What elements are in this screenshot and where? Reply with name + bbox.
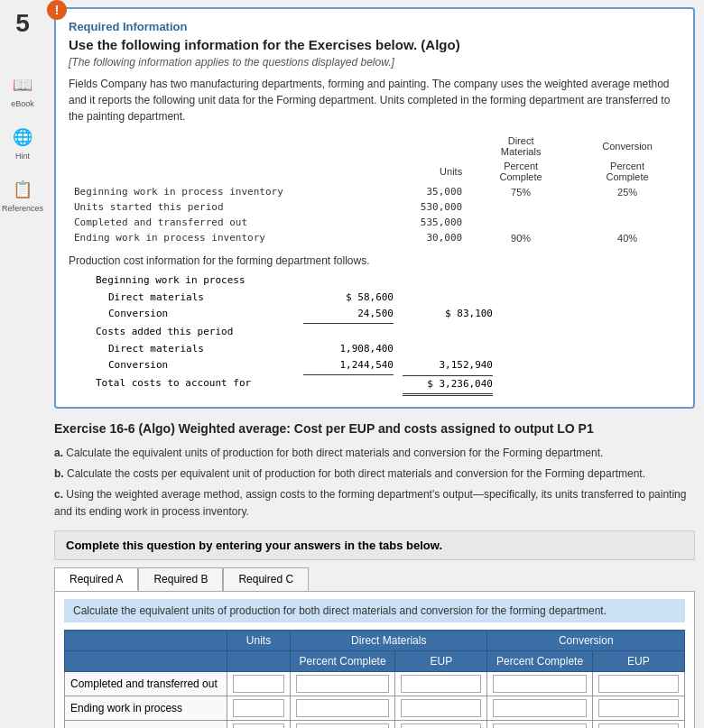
page-number: 5 xyxy=(15,9,30,38)
conv-eup-input-completed[interactable] xyxy=(598,675,679,693)
exercise-instructions: a. Calculate the equivalent units of pro… xyxy=(54,445,695,521)
conv-pct-input-total[interactable] xyxy=(493,723,586,728)
conv-pct-cell-ending[interactable] xyxy=(487,696,592,720)
dm-pct-cell-completed[interactable] xyxy=(291,671,395,696)
dm-pct-cell-ending[interactable] xyxy=(291,696,395,720)
dm-pct-input-ending[interactable] xyxy=(296,699,389,717)
conv-pct-input-completed[interactable] xyxy=(493,675,586,693)
cost-table: Beginning work in process Direct materia… xyxy=(96,272,681,396)
references-icon: 📋 xyxy=(10,177,35,202)
empty-header xyxy=(65,630,227,650)
dm-pct-cell-total[interactable] xyxy=(291,720,395,728)
dm-eup-cell-total[interactable] xyxy=(395,720,487,728)
sidebar-item-hint[interactable]: 🌐 Hint xyxy=(10,124,35,161)
dm-group-header: DirectMaterials xyxy=(468,134,574,159)
tab-instruction: Calculate the equivalent units of produc… xyxy=(64,599,685,622)
dm-eup-cell-ending[interactable] xyxy=(395,696,487,720)
sidebar-references-label: References xyxy=(2,204,43,213)
instruction-c: c. Using the weighted average method, as… xyxy=(54,486,695,521)
cost-row: Conversion 1,244,540 3,152,940 xyxy=(96,357,681,375)
tab-bar: Required A Required B Required C xyxy=(54,567,695,591)
complete-text: Complete this question by entering your … xyxy=(66,539,442,552)
tab-required-b[interactable]: Required B xyxy=(138,567,223,591)
info-box: ! Required Information Use the following… xyxy=(54,7,695,409)
info-box-heading: Use the following information for the Ex… xyxy=(69,37,681,52)
answer-row-ending: Ending work in process xyxy=(65,696,685,720)
units-subheader: Units xyxy=(361,159,468,184)
units-cell-ending[interactable] xyxy=(227,696,291,720)
units-cell-completed[interactable] xyxy=(227,671,291,696)
cost-row: Direct materials $ 58,600 xyxy=(96,290,681,307)
cost-row: Beginning work in process xyxy=(96,272,681,290)
cost-row-total: Total costs to account for $ 3,236,040 xyxy=(96,375,681,396)
answer-row-total xyxy=(65,720,685,728)
conv-pct-header: PercentComplete xyxy=(574,159,681,184)
conv-pct-cell-completed[interactable] xyxy=(487,671,592,696)
sidebar: 5 📖 eBook 🌐 Hint 📋 References xyxy=(0,0,45,728)
conv-eup-input-ending[interactable] xyxy=(598,699,679,717)
sidebar-item-ebook[interactable]: 📖 eBook xyxy=(10,72,35,108)
unit-data-table: DirectMaterials Conversion Units Percent… xyxy=(69,134,681,245)
row-label-total xyxy=(65,720,227,728)
tab-content: Calculate the equivalent units of produc… xyxy=(54,591,695,728)
dm-eup-cell-completed[interactable] xyxy=(395,671,487,696)
info-box-tag: Required Information xyxy=(69,20,681,33)
dm-pct-input-completed[interactable] xyxy=(296,675,389,693)
units-col-header: Units xyxy=(227,630,291,650)
units-input-ending[interactable] xyxy=(233,699,284,717)
instruction-b: b. Calculate the costs per equivalent un… xyxy=(54,465,695,483)
complete-box: Complete this question by entering your … xyxy=(54,530,695,560)
dm-pct-header: PercentComplete xyxy=(468,159,574,184)
row-label-ending: Ending work in process xyxy=(65,696,227,720)
table-row: Ending work in process inventory 30,000 … xyxy=(69,230,681,245)
dm-eup-subheader: EUP xyxy=(395,650,487,671)
dm-pct-subheader: Percent Complete xyxy=(291,650,395,671)
conv-pct-input-ending[interactable] xyxy=(493,699,586,717)
hint-icon: 🌐 xyxy=(10,124,35,150)
sidebar-hint-label: Hint xyxy=(15,152,30,161)
conv-group-header: Conversion xyxy=(574,134,681,159)
table-row: Units started this period 530,000 xyxy=(69,199,681,215)
table-row: Beginning work in process inventory 35,0… xyxy=(69,184,681,199)
conv-eup-subheader: EUP xyxy=(592,650,684,671)
cost-row: Costs added this period xyxy=(96,324,681,341)
row-label-completed: Completed and transferred out xyxy=(65,671,227,696)
cost-row: Direct materials 1,908,400 xyxy=(96,341,681,358)
units-input-total[interactable] xyxy=(233,723,284,728)
sidebar-item-references[interactable]: 📋 References xyxy=(2,177,43,213)
cost-row: Conversion 24,500 $ 83,100 xyxy=(96,306,681,324)
ebook-icon: 📖 xyxy=(10,72,35,97)
info-icon: ! xyxy=(47,0,67,20)
exercise-title: Exercise 16-6 (Algo) Weighted average: C… xyxy=(54,421,695,436)
conv-eup-cell-ending[interactable] xyxy=(592,696,684,720)
conv-pct-subheader: Percent Complete xyxy=(487,650,592,671)
answer-table: Units Direct Materials Conversion Percen… xyxy=(64,630,685,728)
answer-row-completed: Completed and transferred out xyxy=(65,671,685,696)
units-input-completed[interactable] xyxy=(233,675,284,693)
units-cell-total[interactable] xyxy=(227,720,291,728)
conv-pct-cell-total[interactable] xyxy=(487,720,592,728)
dm-pct-input-total[interactable] xyxy=(296,723,389,728)
dm-eup-input-completed[interactable] xyxy=(401,675,481,693)
conv-eup-input-total[interactable] xyxy=(598,723,679,728)
dm-eup-input-total[interactable] xyxy=(401,723,481,728)
tab-required-c[interactable]: Required C xyxy=(223,567,309,591)
cost-section-label: Production cost information for the form… xyxy=(69,254,681,267)
sidebar-ebook-label: eBook xyxy=(11,99,34,108)
table-row: Completed and transferred out 535,000 xyxy=(69,215,681,230)
info-box-description: Fields Company has two manufacturing dep… xyxy=(69,76,681,124)
dm-eup-input-ending[interactable] xyxy=(401,699,481,717)
instruction-a: a. Calculate the equivalent units of pro… xyxy=(54,445,695,462)
units-header xyxy=(361,134,468,159)
conv-group-col-header: Conversion xyxy=(487,630,685,650)
conv-eup-cell-total[interactable] xyxy=(592,720,684,728)
dm-group-col-header: Direct Materials xyxy=(291,630,487,650)
info-box-subtitle: [The following information applies to th… xyxy=(69,56,681,69)
main-content: ! Required Information Use the following… xyxy=(45,0,704,728)
tab-required-a[interactable]: Required A xyxy=(54,567,138,591)
conv-eup-cell-completed[interactable] xyxy=(592,671,684,696)
